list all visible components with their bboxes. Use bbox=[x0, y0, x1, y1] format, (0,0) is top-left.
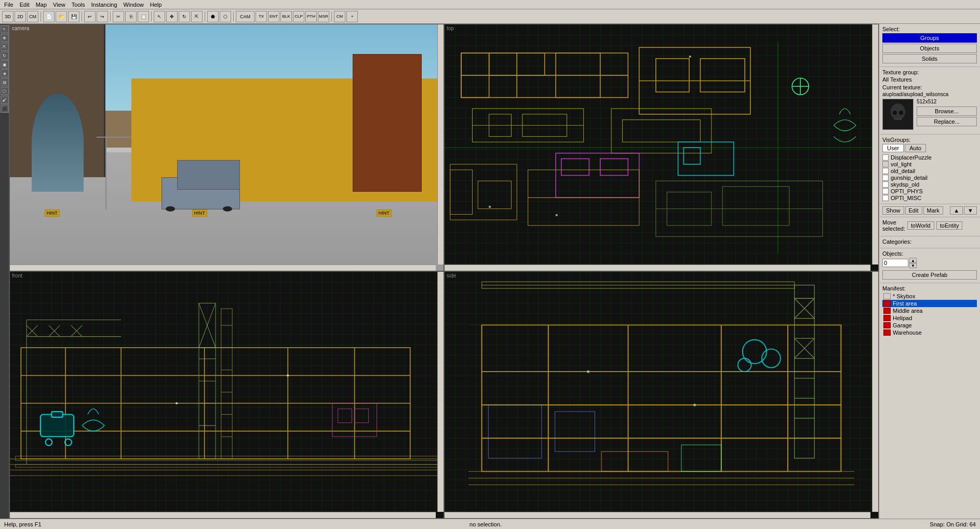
main-area: ↖ ✥ ⇱ ↻ ▣ ◈ ▤ ⬡ 🖌 ⬛ camera bbox=[0, 24, 980, 519]
menu-view[interactable]: View bbox=[50, 0, 69, 9]
objects-button[interactable]: Objects bbox=[882, 44, 977, 53]
tool-copy[interactable]: ⎘ bbox=[125, 11, 137, 22]
tool-vertex[interactable]: ⬟ bbox=[207, 11, 219, 22]
tool-texture[interactable]: TX bbox=[256, 11, 267, 22]
toentity-button[interactable]: toEntity bbox=[936, 221, 963, 230]
tool-extra[interactable]: + bbox=[346, 11, 358, 22]
vg-item-5: OPTI_PHYS bbox=[882, 188, 977, 194]
groups-button[interactable]: Groups bbox=[882, 33, 977, 43]
menu-help[interactable]: Help bbox=[147, 0, 165, 9]
tool-save[interactable]: 💾 bbox=[68, 11, 79, 22]
camera-scrollbar-v[interactable] bbox=[437, 24, 444, 264]
top-scrollbar-v[interactable] bbox=[872, 24, 878, 264]
menu-tools[interactable]: Tools bbox=[69, 0, 88, 9]
tool-rotate[interactable]: ↻ bbox=[179, 11, 190, 22]
tool-camera[interactable]: CAM bbox=[236, 11, 254, 22]
svg-rect-7 bbox=[656, 59, 689, 92]
tool-new[interactable]: 📄 bbox=[43, 11, 55, 22]
menu-window[interactable]: Window bbox=[120, 0, 147, 9]
edit-button[interactable]: Edit bbox=[905, 206, 922, 215]
viewport-top[interactable]: top bbox=[444, 24, 879, 271]
toworld-button[interactable]: toWorld bbox=[907, 221, 934, 230]
tool-measure[interactable]: MSR bbox=[318, 11, 329, 22]
top-scrollbar-h[interactable] bbox=[445, 264, 870, 271]
manifest-item-4[interactable]: Garage bbox=[882, 322, 977, 329]
tool-select-mode[interactable]: ↖ bbox=[1, 25, 9, 33]
objects-section: Objects: ▲ ▼ Create Prefab bbox=[879, 248, 980, 283]
side-scrollbar-h[interactable] bbox=[445, 512, 870, 518]
spin-down[interactable]: ▼ bbox=[909, 263, 917, 268]
tool-move-mode[interactable]: ✥ bbox=[1, 34, 9, 42]
vg-check-3[interactable] bbox=[882, 175, 889, 181]
vg-item-1: vol_light bbox=[882, 161, 977, 167]
arrow-up-btn[interactable]: ▲ bbox=[950, 206, 963, 215]
tool-undo[interactable]: ↩ bbox=[84, 11, 96, 22]
tool-clip[interactable]: CLP bbox=[293, 11, 304, 22]
front-scrollbar-h[interactable] bbox=[10, 512, 436, 518]
manifest-item-2[interactable]: Middle area bbox=[882, 307, 977, 314]
vg-check-5[interactable] bbox=[882, 188, 889, 194]
viewport-side[interactable]: side bbox=[444, 271, 879, 519]
tool-scale-mode[interactable]: ⇱ bbox=[1, 43, 9, 51]
browse-button[interactable]: Browse... bbox=[917, 107, 977, 116]
tool-path[interactable]: PTH bbox=[305, 11, 317, 22]
front-scrollbar-v[interactable] bbox=[437, 272, 444, 512]
svg-point-127 bbox=[693, 404, 696, 406]
create-prefab-button[interactable]: Create Prefab bbox=[882, 270, 977, 280]
menu-map[interactable]: Map bbox=[33, 0, 50, 9]
tool-3d[interactable]: 3D bbox=[2, 11, 14, 22]
tool-move[interactable]: ✥ bbox=[166, 11, 178, 22]
tool-redo[interactable]: ↪ bbox=[97, 11, 108, 22]
vg-tab-auto[interactable]: Auto bbox=[905, 144, 926, 152]
vg-check-2[interactable] bbox=[882, 168, 889, 174]
viewport-camera[interactable]: camera bbox=[9, 24, 444, 271]
manifest-item-3[interactable]: Helipad bbox=[882, 314, 977, 322]
tool-rotate-mode[interactable]: ↻ bbox=[1, 51, 9, 60]
tool-overlay[interactable]: ⬛ bbox=[1, 104, 9, 113]
tool-carve[interactable]: ⬡ bbox=[220, 11, 231, 22]
tool-paste[interactable]: 📋 bbox=[138, 11, 149, 22]
vg-check-1[interactable] bbox=[882, 161, 889, 167]
front-view-content bbox=[10, 272, 444, 518]
tool-vertex-mode[interactable]: ◈ bbox=[1, 69, 9, 77]
tool-2d[interactable]: 2D bbox=[15, 11, 26, 22]
show-button[interactable]: Show bbox=[882, 206, 904, 215]
viewport-front[interactable]: front bbox=[9, 271, 444, 519]
menu-instancing[interactable]: Instancing bbox=[88, 0, 120, 9]
solids-button[interactable]: Solids bbox=[882, 54, 977, 63]
tool-cm[interactable]: CM bbox=[27, 11, 38, 22]
sep4 bbox=[151, 11, 152, 22]
side-scrollbar-v[interactable] bbox=[872, 272, 878, 512]
tool-entity-place[interactable]: ⬡ bbox=[1, 87, 9, 95]
vg-tab-user[interactable]: User bbox=[882, 144, 904, 152]
manifest-item-5[interactable]: Warehouse bbox=[882, 329, 977, 336]
objects-count-input[interactable] bbox=[882, 259, 908, 267]
vg-check-4[interactable] bbox=[882, 181, 889, 188]
replace-button[interactable]: Replace... bbox=[917, 117, 977, 126]
tool-paint[interactable]: 🖌 bbox=[1, 96, 9, 104]
tool-sel[interactable]: ↖ bbox=[154, 11, 165, 22]
arrow-down-btn[interactable]: ▼ bbox=[964, 206, 977, 215]
tool-scale[interactable]: ⇱ bbox=[191, 11, 203, 22]
mark-button[interactable]: Mark bbox=[923, 206, 943, 215]
manifest-item-0[interactable]: * Skybox bbox=[882, 293, 977, 300]
tool-face-mode[interactable]: ▣ bbox=[1, 60, 9, 69]
tool-cm2[interactable]: CM bbox=[334, 11, 345, 22]
visgroups-list: DisplacerPuzzle vol_light old_detail gun… bbox=[882, 154, 977, 201]
manifest-item-1[interactable]: First area bbox=[882, 300, 977, 307]
tool-block[interactable]: BLK bbox=[280, 11, 292, 22]
statusbar: Help, press F1 no selection. Snap: On Gr… bbox=[0, 519, 980, 529]
svg-point-130 bbox=[893, 111, 897, 115]
tool-cut[interactable]: ✂ bbox=[113, 11, 124, 22]
vg-item-6: OPTI_MISC bbox=[882, 195, 977, 201]
menu-file[interactable]: File bbox=[1, 0, 17, 9]
vg-check-0[interactable] bbox=[882, 154, 889, 161]
vg-check-6[interactable] bbox=[882, 195, 889, 201]
manifest-icon-1 bbox=[883, 300, 891, 307]
tool-entity[interactable]: ENT bbox=[268, 11, 279, 22]
camera-scrollbar-h[interactable] bbox=[10, 264, 436, 271]
spin-up[interactable]: ▲ bbox=[909, 258, 917, 263]
menu-edit[interactable]: Edit bbox=[17, 0, 33, 9]
tool-open[interactable]: 📂 bbox=[56, 11, 67, 22]
tool-brush-mode[interactable]: ▤ bbox=[1, 78, 9, 86]
